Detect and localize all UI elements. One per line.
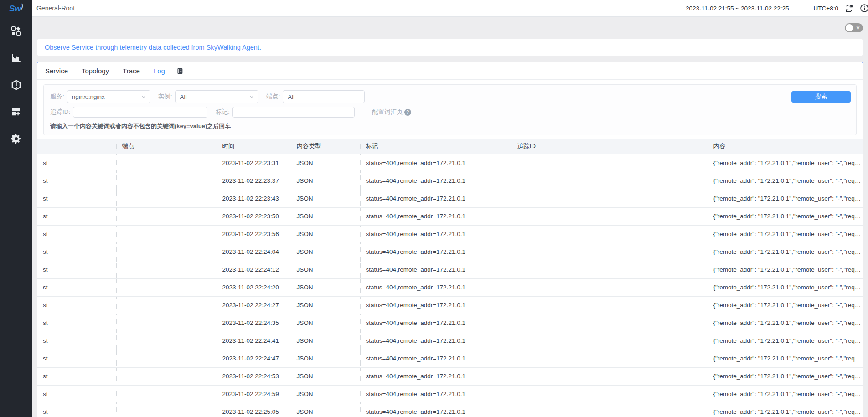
cell-endpoint[interactable]	[116, 207, 217, 225]
cell-content-type[interactable]: JSON	[291, 403, 360, 417]
skywalking-logo[interactable]: Sw )	[0, 0, 32, 17]
cell-endpoint[interactable]	[116, 261, 217, 278]
table-row[interactable]: st 2023-11-02 22:24:04 JSON status=404,r…	[37, 243, 863, 261]
cell-content[interactable]: {"remote_addr": "172.21.0.1","remote_use…	[708, 243, 863, 261]
cell-endpoint[interactable]	[116, 385, 217, 403]
cell-trace-id[interactable]	[512, 367, 708, 385]
instance-select[interactable]: All	[175, 90, 258, 103]
cell-trace-id[interactable]	[512, 261, 708, 278]
cell-content[interactable]: {"remote_addr": "172.21.0.1","remote_use…	[708, 403, 863, 417]
cell-content[interactable]: {"remote_addr": "172.21.0.1","remote_use…	[708, 385, 863, 403]
cell-service[interactable]: st	[37, 367, 116, 385]
edit-tabs-icon[interactable]	[176, 67, 184, 75]
cell-content[interactable]: {"remote_addr": "172.21.0.1","remote_use…	[708, 172, 863, 190]
cell-content-type[interactable]: JSON	[291, 261, 360, 278]
table-row[interactable]: st 2023-11-02 22:23:50 JSON status=404,r…	[37, 207, 863, 225]
cell-content[interactable]: {"remote_addr": "172.21.0.1","remote_use…	[708, 207, 863, 225]
tags-input[interactable]	[232, 107, 355, 118]
endpoint-input[interactable]	[283, 90, 365, 103]
tab-trace[interactable]: Trace	[123, 67, 140, 75]
cell-content-type[interactable]: JSON	[291, 243, 360, 261]
cell-time[interactable]: 2023-11-02 22:23:56	[217, 225, 291, 243]
service-select[interactable]: nginx::nginx	[67, 90, 150, 103]
timezone-label[interactable]: UTC+8:0	[814, 5, 838, 12]
cell-endpoint[interactable]	[116, 314, 217, 332]
cell-service[interactable]: st	[37, 261, 116, 278]
cell-tags[interactable]: status=404,remote_addr=172.21.0.1	[360, 385, 512, 403]
info-icon[interactable]	[860, 4, 868, 13]
sidebar-item-alerting[interactable]	[8, 79, 24, 93]
cell-endpoint[interactable]	[116, 332, 217, 350]
cell-tags[interactable]: status=404,remote_addr=172.21.0.1	[360, 190, 512, 207]
cell-tags[interactable]: status=404,remote_addr=172.21.0.1	[360, 332, 512, 350]
table-row[interactable]: st 2023-11-02 22:24:47 JSON status=404,r…	[37, 350, 863, 367]
cell-time[interactable]: 2023-11-02 22:24:41	[217, 332, 291, 350]
cell-time[interactable]: 2023-11-02 22:23:37	[217, 172, 291, 190]
cell-content[interactable]: {"remote_addr": "172.21.0.1","remote_use…	[708, 367, 863, 385]
cell-service[interactable]: st	[37, 314, 116, 332]
cell-endpoint[interactable]	[116, 296, 217, 314]
help-icon[interactable]: ?	[404, 109, 411, 116]
cell-tags[interactable]: status=404,remote_addr=172.21.0.1	[360, 243, 512, 261]
cell-content[interactable]: {"remote_addr": "172.21.0.1","remote_use…	[708, 261, 863, 278]
cell-trace-id[interactable]	[512, 225, 708, 243]
sidebar-item-marketplace[interactable]	[8, 52, 24, 66]
cell-time[interactable]: 2023-11-02 22:23:43	[217, 190, 291, 207]
cell-service[interactable]: st	[37, 207, 116, 225]
cell-endpoint[interactable]	[116, 403, 217, 417]
cell-time[interactable]: 2023-11-02 22:23:50	[217, 207, 291, 225]
cell-content[interactable]: {"remote_addr": "172.21.0.1","remote_use…	[708, 278, 863, 296]
cell-tags[interactable]: status=404,remote_addr=172.21.0.1	[360, 154, 512, 172]
table-row[interactable]: st 2023-11-02 22:23:31 JSON status=404,r…	[37, 154, 863, 172]
cell-service[interactable]: st	[37, 332, 116, 350]
cell-endpoint[interactable]	[116, 172, 217, 190]
cell-tags[interactable]: status=404,remote_addr=172.21.0.1	[360, 367, 512, 385]
cell-tags[interactable]: status=404,remote_addr=172.21.0.1	[360, 350, 512, 367]
cell-endpoint[interactable]	[116, 367, 217, 385]
cell-time[interactable]: 2023-11-02 22:24:27	[217, 296, 291, 314]
table-row[interactable]: st 2023-11-02 22:24:53 JSON status=404,r…	[37, 367, 863, 385]
version-toggle[interactable]: V	[845, 23, 863, 32]
cell-trace-id[interactable]	[512, 172, 708, 190]
cell-content[interactable]: {"remote_addr": "172.21.0.1","remote_use…	[708, 350, 863, 367]
cell-content-type[interactable]: JSON	[291, 385, 360, 403]
cell-time[interactable]: 2023-11-02 22:24:47	[217, 350, 291, 367]
cell-time[interactable]: 2023-11-02 22:25:05	[217, 403, 291, 417]
cell-trace-id[interactable]	[512, 207, 708, 225]
cell-content-type[interactable]: JSON	[291, 350, 360, 367]
cell-tags[interactable]: status=404,remote_addr=172.21.0.1	[360, 261, 512, 278]
cell-time[interactable]: 2023-11-02 22:23:31	[217, 154, 291, 172]
cell-trace-id[interactable]	[512, 278, 708, 296]
search-button[interactable]: 搜索	[791, 91, 851, 103]
cell-tags[interactable]: status=404,remote_addr=172.21.0.1	[360, 225, 512, 243]
cell-time[interactable]: 2023-11-02 22:24:59	[217, 385, 291, 403]
cell-time[interactable]: 2023-11-02 22:24:35	[217, 314, 291, 332]
cell-trace-id[interactable]	[512, 314, 708, 332]
sidebar-item-settings[interactable]	[8, 133, 24, 146]
cell-content-type[interactable]: JSON	[291, 154, 360, 172]
cell-service[interactable]: st	[37, 172, 116, 190]
table-row[interactable]: st 2023-11-02 22:24:35 JSON status=404,r…	[37, 314, 863, 332]
cell-content-type[interactable]: JSON	[291, 225, 360, 243]
cell-trace-id[interactable]	[512, 350, 708, 367]
cell-service[interactable]: st	[37, 154, 116, 172]
cell-service[interactable]: st	[37, 225, 116, 243]
cell-endpoint[interactable]	[116, 190, 217, 207]
cell-tags[interactable]: status=404,remote_addr=172.21.0.1	[360, 403, 512, 417]
sidebar-item-new-dashboard[interactable]	[8, 106, 24, 119]
cell-service[interactable]: st	[37, 350, 116, 367]
cell-tags[interactable]: status=404,remote_addr=172.21.0.1	[360, 207, 512, 225]
cell-endpoint[interactable]	[116, 243, 217, 261]
cell-endpoint[interactable]	[116, 350, 217, 367]
table-row[interactable]: st 2023-11-02 22:24:20 JSON status=404,r…	[37, 278, 863, 296]
banner-link[interactable]: Observe Service through telemetry data c…	[45, 44, 261, 51]
cell-trace-id[interactable]	[512, 243, 708, 261]
cell-content[interactable]: {"remote_addr": "172.21.0.1","remote_use…	[708, 225, 863, 243]
table-row[interactable]: st 2023-11-02 22:24:41 JSON status=404,r…	[37, 332, 863, 350]
sidebar-item-dashboards[interactable]	[8, 25, 24, 39]
cell-service[interactable]: st	[37, 296, 116, 314]
cell-content[interactable]: {"remote_addr": "172.21.0.1","remote_use…	[708, 332, 863, 350]
cell-content-type[interactable]: JSON	[291, 367, 360, 385]
trace-id-input[interactable]	[73, 107, 207, 118]
tab-service[interactable]: Service	[45, 67, 68, 75]
